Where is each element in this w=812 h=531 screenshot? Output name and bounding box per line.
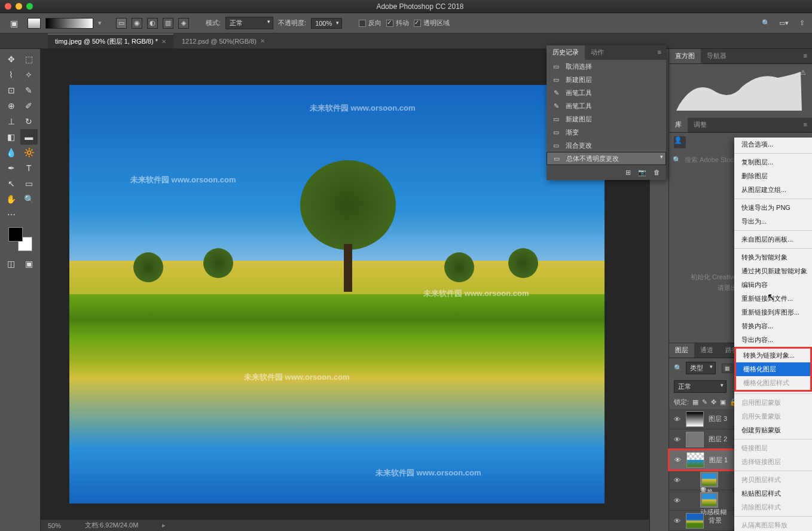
context-menu-item[interactable]: 栅格化图层 <box>736 362 810 376</box>
screenmode-tool[interactable]: ▣ <box>20 256 38 271</box>
layer-thumbnail[interactable] <box>700 472 718 487</box>
type-tool[interactable]: T <box>20 160 38 176</box>
layer-thumbnail[interactable] <box>686 452 704 468</box>
document-tab-2[interactable]: 1212.psd @ 50%(RGB/8)✕ <box>175 35 272 47</box>
eyedropper-tool[interactable]: ✎ <box>20 83 38 98</box>
history-item[interactable]: ▭取消选择 <box>547 60 666 73</box>
gradient-diamond-icon[interactable]: ◈ <box>178 18 189 29</box>
layer-name[interactable]: 图层 1 <box>709 456 728 465</box>
context-menu-item[interactable]: 来自图层的画板... <box>734 233 812 246</box>
context-menu-item[interactable]: 编辑内容 <box>734 278 812 292</box>
lasso-tool[interactable]: ⌇ <box>2 67 20 83</box>
trash-icon[interactable]: 🗑 <box>654 169 660 176</box>
panel-menu-icon[interactable]: ≡ <box>653 45 666 60</box>
lock-pos-icon[interactable]: ✥ <box>711 398 716 406</box>
color-swatch[interactable] <box>8 227 32 251</box>
channels-tab[interactable]: 通道 <box>694 343 719 358</box>
layer-thumbnail[interactable] <box>686 432 704 447</box>
share-icon[interactable]: ⇧ <box>796 18 807 29</box>
heal-tool[interactable]: ⊕ <box>2 98 20 114</box>
context-menu-item[interactable]: 从图层建立组... <box>734 183 812 197</box>
visibility-icon[interactable]: 👁 <box>673 497 681 504</box>
gradient-linear-icon[interactable]: ▭ <box>116 18 127 29</box>
visibility-icon[interactable]: 👁 <box>673 517 681 524</box>
adjustments-tab[interactable]: 调整 <box>688 118 713 132</box>
zoom-tool[interactable]: 🔍 <box>20 191 38 207</box>
visibility-icon[interactable]: 👁 <box>673 477 681 484</box>
context-menu-item[interactable]: 创建剪贴蒙版 <box>734 423 812 437</box>
marquee-tool[interactable]: ⬚ <box>20 51 38 67</box>
layer-name[interactable]: 背景 <box>709 516 722 525</box>
minimize-window[interactable] <box>16 3 22 10</box>
history-item[interactable]: ▭新建图层 <box>547 73 666 86</box>
actions-tab[interactable]: 动作 <box>585 45 610 60</box>
blur-tool[interactable]: 💧 <box>2 145 20 160</box>
gradient-swatch[interactable] <box>28 18 41 29</box>
history-item[interactable]: ✎画笔工具 <box>547 99 666 112</box>
dodge-tool[interactable]: 🔆 <box>20 145 38 160</box>
layer-blend-mode[interactable]: 正常 <box>674 380 726 393</box>
lock-paint-icon[interactable]: ✎ <box>702 398 707 406</box>
wand-tool[interactable]: ✧ <box>20 67 38 83</box>
context-menu-item[interactable]: 删除图层 <box>734 169 812 183</box>
gradient-reflected-icon[interactable]: ▥ <box>163 18 173 29</box>
quickmask-tool[interactable]: ◫ <box>2 256 20 271</box>
history-item[interactable]: ▭混合更改 <box>547 139 666 152</box>
history-item[interactable]: ▭新建图层 <box>547 112 666 126</box>
close-icon[interactable]: ✕ <box>260 38 265 44</box>
close-icon[interactable]: ✕ <box>161 38 166 45</box>
context-menu-item[interactable]: 导出为... <box>734 215 812 228</box>
layer-name[interactable]: 图层 3 <box>709 414 727 423</box>
history-item[interactable]: ✎画笔工具 <box>547 86 666 99</box>
move-tool[interactable]: ✥ <box>2 51 20 67</box>
gradient-radial-icon[interactable]: ◉ <box>132 18 142 29</box>
reverse-checkbox[interactable]: 反向 <box>359 19 381 28</box>
home-icon[interactable]: ▣ <box>5 16 23 31</box>
gradient-tool[interactable]: ▬ <box>20 129 38 145</box>
libraries-tab[interactable]: 库 <box>669 118 688 132</box>
context-menu-item[interactable]: 转换为智能对象 <box>734 251 812 264</box>
history-item[interactable]: ▭渐变 <box>547 126 666 139</box>
snapshot-icon[interactable]: ⊞ <box>625 169 631 176</box>
lock-trans-icon[interactable]: ▦ <box>692 398 698 406</box>
panel-menu-icon[interactable]: ≡ <box>799 49 812 63</box>
context-menu-item[interactable]: 替换内容... <box>734 319 812 333</box>
close-window[interactable] <box>5 3 11 10</box>
dither-checkbox[interactable]: 抖动 <box>386 19 409 28</box>
context-menu-item[interactable]: 通过拷贝新建智能对象 <box>734 264 812 278</box>
more-tools[interactable]: ⋯ <box>2 207 20 222</box>
context-menu-item[interactable]: 重新链接到库图形... <box>734 306 812 319</box>
opacity-select[interactable]: 100% <box>311 18 342 29</box>
camera-icon[interactable]: 📷 <box>638 169 646 176</box>
context-menu-item[interactable]: 混合选项... <box>734 138 812 151</box>
visibility-icon[interactable]: 👁 <box>673 436 681 443</box>
window-controls[interactable] <box>5 3 33 10</box>
lock-artboard-icon[interactable]: ▣ <box>720 398 726 406</box>
context-menu-item[interactable]: 粘贴图层样式 <box>734 487 812 501</box>
path-tool[interactable]: ↖ <box>2 176 20 191</box>
visibility-icon[interactable]: 👁 <box>673 416 681 423</box>
history-brush-tool[interactable]: ↻ <box>20 114 38 129</box>
blend-mode-select[interactable]: 正常 <box>225 17 273 29</box>
navigator-tab[interactable]: 导航器 <box>701 49 732 63</box>
visibility-icon[interactable]: 👁 <box>673 456 682 463</box>
transparent-checkbox[interactable]: 透明区域 <box>414 19 450 28</box>
histogram-tab[interactable]: 直方图 <box>669 49 701 63</box>
layers-tab[interactable]: 图层 <box>669 343 694 358</box>
context-menu-item[interactable]: 转换为链接对象... <box>736 349 810 362</box>
zoom-level[interactable]: 50% <box>48 522 61 529</box>
pen-tool[interactable]: ✒ <box>2 160 20 176</box>
brush-tool[interactable]: ✐ <box>20 98 38 114</box>
context-menu-item[interactable]: 快速导出为 PNG <box>734 201 812 215</box>
layer-thumbnail[interactable] <box>700 492 718 508</box>
workspace-icon[interactable]: ▭▾ <box>779 18 789 29</box>
layer-thumbnail[interactable] <box>686 513 704 529</box>
context-menu-item[interactable]: 导出内容... <box>734 333 812 347</box>
gradient-preview[interactable] <box>45 18 93 29</box>
history-tab[interactable]: 历史记录 <box>547 45 585 60</box>
hand-tool[interactable]: ✋ <box>2 191 20 207</box>
warning-icon[interactable]: ⚠ <box>800 69 806 77</box>
maximize-window[interactable] <box>26 3 33 10</box>
history-item[interactable]: ▭总体不透明度更改 <box>547 152 666 165</box>
gradient-angle-icon[interactable]: ◐ <box>147 18 158 29</box>
